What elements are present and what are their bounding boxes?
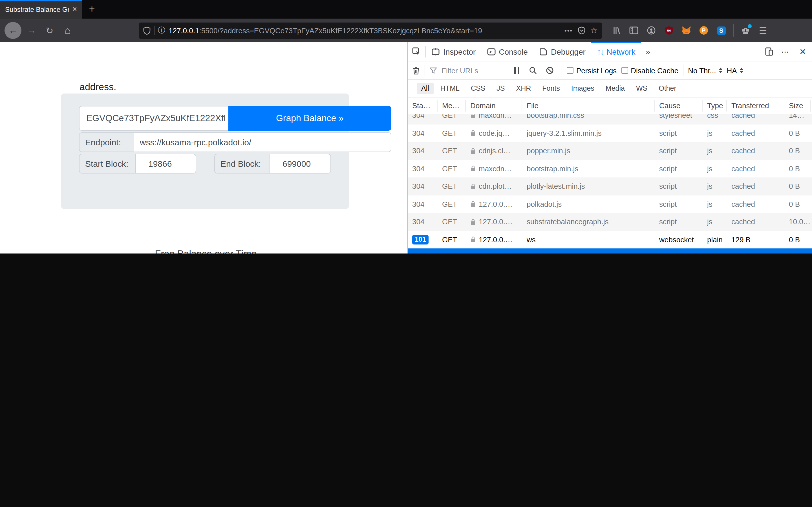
library-icon[interactable] [609, 23, 624, 38]
tab-network[interactable]: ↑↓ Network [591, 42, 641, 61]
sidebar-toggle-icon[interactable] [626, 23, 641, 38]
persist-logs-checkbox[interactable]: Persist Logs [567, 66, 617, 75]
devtools-tab-bar: Inspector Console Debugger ↑↓ Network » [408, 42, 812, 61]
toolbar-extensions: uo P S ☰ [609, 23, 770, 38]
filter-other[interactable]: Other [654, 83, 681, 94]
request-column-header[interactable]: Domain [466, 100, 522, 111]
pocket-icon[interactable] [578, 26, 585, 34]
filter-html[interactable]: HTML [436, 83, 464, 94]
request-column-header[interactable]: Size [784, 100, 811, 111]
endpoint-input[interactable] [134, 132, 391, 152]
graph-balance-button[interactable]: Graph Balance » [229, 106, 391, 131]
request-type-filters: AllHTMLCSSJSXHRFontsImagesMediaWSOther [408, 80, 812, 98]
request-row[interactable]: 101GETkusama…/websocketplain188 B0 B [408, 248, 812, 253]
url-path: :5500/?address=EGVQCe73TpFyAZx5uKfE1222X… [199, 26, 482, 35]
chart-title: Free Balance over Time [73, 248, 338, 253]
home-button[interactable]: ⌂ [60, 22, 75, 38]
disable-cache-checkbox[interactable]: Disable Cache [621, 66, 678, 75]
polkadot-extension-icon[interactable]: P [696, 23, 711, 38]
url-bar[interactable]: ⓘ 127.0.0.1:5500/?address=EGVQCe73TpFyAZ… [139, 22, 602, 39]
request-row[interactable]: 304GETcdn.plot…plotly-latest.min.jsscrip… [408, 177, 812, 195]
responsive-design-button[interactable] [762, 42, 777, 61]
block-requests-icon[interactable] [546, 66, 554, 74]
lock-icon [470, 165, 476, 172]
tab-inspector[interactable]: Inspector [426, 42, 481, 61]
back-arrow-icon: ← [8, 25, 17, 36]
disable-cache-box[interactable] [621, 67, 628, 74]
new-tab-button[interactable]: + [82, 0, 101, 18]
request-row[interactable]: 304GETcdnjs.cl…popper.min.jsscriptjscach… [408, 142, 812, 160]
request-column-header[interactable]: Me… [438, 100, 466, 111]
filter-css[interactable]: CSS [466, 83, 490, 94]
url-text[interactable]: 127.0.0.1:5500/?address=EGVQCe73TpFyAZx5… [168, 26, 561, 35]
request-row[interactable]: 304GETmaxcdn…bootstrap.min.jsscriptjscac… [408, 160, 812, 177]
start-block-input[interactable] [135, 154, 196, 173]
browser-tab-active[interactable]: Substrate Balance Graph ✕ [0, 0, 82, 18]
more-tabs-chevron[interactable]: » [641, 47, 655, 56]
ublock-origin-icon[interactable]: uo [661, 23, 676, 38]
urlbar-divider [154, 26, 154, 35]
clear-requests-trash-icon[interactable] [412, 66, 420, 75]
throttling-select[interactable]: No Thr... [688, 66, 722, 75]
request-row[interactable]: 304GET127.0.0.…substratebalancegraph.jss… [408, 213, 812, 231]
tab-debugger[interactable]: Debugger [534, 42, 591, 61]
filter-all[interactable]: All [417, 83, 434, 94]
tab-console[interactable]: Console [481, 42, 534, 61]
persist-logs-box[interactable] [567, 67, 573, 74]
request-list: 304GETmaxcdn…bootstrap.min.cssstylesheet… [408, 114, 812, 253]
filter-ws[interactable]: WS [631, 83, 652, 94]
debugger-icon [539, 48, 548, 55]
svg-text:uo: uo [667, 29, 671, 33]
toolbar-divider [733, 24, 733, 37]
end-block-input[interactable] [269, 154, 331, 173]
svg-text:P: P [702, 27, 705, 34]
pick-element-button[interactable] [408, 42, 425, 61]
devtools-close-button[interactable]: ✕ [794, 42, 812, 61]
request-column-header[interactable]: Transferred [727, 100, 784, 111]
forward-button[interactable]: → [24, 22, 40, 38]
intro-text: address. [80, 82, 116, 93]
bookmark-star-icon[interactable]: ☆ [590, 25, 598, 36]
tab-close-icon[interactable]: ✕ [72, 6, 77, 13]
url-host: 127.0.0.1 [168, 26, 199, 35]
address-input[interactable] [79, 106, 229, 131]
filter-fonts[interactable]: Fonts [538, 83, 564, 94]
request-column-header[interactable]: File [522, 100, 655, 111]
lock-icon [470, 148, 476, 154]
back-button[interactable]: ← [4, 22, 21, 39]
lock-icon [470, 130, 476, 136]
request-row[interactable]: 101GET127.0.0.…wswebsocketplain129 B0 B [408, 231, 812, 248]
start-block-label: Start Block: [79, 154, 136, 173]
har-menu[interactable]: HA [726, 66, 743, 75]
search-icon[interactable] [529, 66, 537, 74]
tracking-shield-icon[interactable] [143, 26, 151, 35]
request-row[interactable]: 304GETmaxcdn…bootstrap.min.cssstylesheet… [408, 114, 812, 124]
filter-urls-input[interactable]: Filter URLs [442, 66, 478, 75]
notification-dot [748, 24, 752, 28]
request-column-header[interactable]: Cause [655, 100, 703, 111]
site-info-icon[interactable]: ⓘ [158, 25, 165, 36]
filter-xhr[interactable]: XHR [511, 83, 536, 94]
reload-button[interactable]: ↻ [42, 22, 57, 38]
balance-form: Graph Balance » Endpoint: Start Block: E… [61, 94, 349, 209]
filter-media[interactable]: Media [601, 83, 629, 94]
console-icon [487, 48, 495, 55]
filter-js[interactable]: JS [492, 83, 509, 94]
request-row[interactable]: 304GETcode.jq…jquery-3.2.1.slim.min.jssc… [408, 124, 812, 142]
page-actions-icon[interactable]: ••• [564, 27, 573, 34]
pause-traffic-icon[interactable] [514, 67, 519, 74]
whats-new-gift-icon[interactable] [738, 23, 753, 38]
inspector-icon [432, 48, 440, 55]
filter-images[interactable]: Images [567, 83, 599, 94]
menu-hamburger-icon[interactable]: ☰ [756, 23, 770, 38]
account-extension-icon[interactable] [644, 23, 659, 38]
lock-icon [470, 201, 476, 208]
request-column-header[interactable]: Type [703, 100, 727, 111]
metamask-icon[interactable] [679, 23, 694, 38]
request-row[interactable]: 304GET127.0.0.…polkadot.jsscriptjscached… [408, 195, 812, 213]
network-toolbar: Filter URLs Persist Logs Disable Cache [408, 61, 812, 80]
skype-extension-icon[interactable]: S [714, 23, 728, 38]
lock-icon [470, 236, 476, 243]
devtools-meatball-menu[interactable]: ⋯ [777, 42, 794, 61]
request-column-header[interactable]: Sta… [408, 100, 438, 111]
